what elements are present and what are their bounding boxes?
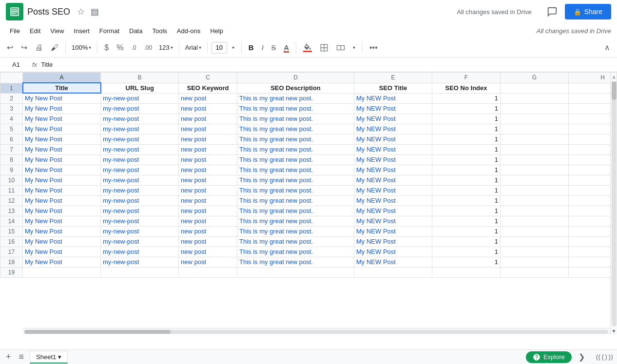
cell-E7[interactable]: My NEW Post [354, 144, 432, 154]
cell-B12[interactable]: my-new-post [101, 195, 179, 206]
cell-G14[interactable] [501, 216, 569, 226]
cell-F7[interactable]: 1 [432, 144, 501, 154]
sheet-tab-sheet1[interactable]: Sheet1 ▾ [30, 351, 68, 364]
col-header-C[interactable]: C [179, 73, 237, 83]
cell-C13[interactable]: new post [179, 206, 237, 216]
cell-A5[interactable]: My New Post [23, 124, 101, 134]
cell-E3[interactable]: My NEW Post [354, 103, 432, 114]
menu-file[interactable]: File [6, 25, 24, 37]
col-header-G[interactable]: G [501, 73, 569, 83]
cell-C9[interactable]: new post [179, 165, 237, 175]
menu-addons[interactable]: Add-ons [173, 25, 204, 37]
cell-G15[interactable] [501, 226, 569, 236]
cell-D4[interactable]: This is my great new post. [237, 114, 354, 124]
cell-A1[interactable]: Title [23, 83, 101, 93]
cell-F3[interactable]: 1 [432, 103, 501, 114]
fill-color-button[interactable] [300, 41, 315, 54]
merge-button[interactable] [333, 41, 348, 54]
cell-A11[interactable]: My New Post [23, 185, 101, 195]
font-family-dropdown[interactable]: Arial ▾ [183, 43, 203, 52]
cell-B18[interactable]: my-new-post [101, 257, 179, 267]
cell-B16[interactable]: my-new-post [101, 236, 179, 247]
paint-format-button[interactable]: 🖌 [48, 41, 61, 54]
italic-button[interactable]: I [259, 41, 267, 54]
scroll-left-start-button[interactable]: ⟨⟨ [596, 353, 600, 361]
cell-E8[interactable]: My NEW Post [354, 154, 432, 165]
star-icon[interactable]: ☆ [76, 5, 86, 18]
menu-tools[interactable]: Tools [148, 25, 171, 37]
cell-E4[interactable]: My NEW Post [354, 114, 432, 124]
increase-decimal-button[interactable]: .00 [141, 42, 155, 53]
cell-C6[interactable]: new post [179, 134, 237, 144]
comments-button[interactable] [543, 3, 561, 20]
cell-empty-19-5[interactable] [432, 267, 501, 277]
format-dropdown[interactable]: 123 ▾ [157, 43, 175, 52]
cell-A18[interactable]: My New Post [23, 257, 101, 267]
print-button[interactable]: 🖨 [32, 41, 46, 54]
cell-D7[interactable]: This is my great new post. [237, 144, 354, 154]
cell-F6[interactable]: 1 [432, 134, 501, 144]
merge-arrow[interactable]: ▾ [350, 43, 358, 52]
cell-A8[interactable]: My New Post [23, 154, 101, 165]
cell-D16[interactable]: This is my great new post. [237, 236, 354, 247]
menu-help[interactable]: Help [206, 25, 227, 37]
cell-B13[interactable]: my-new-post [101, 206, 179, 216]
menu-insert[interactable]: Insert [70, 25, 94, 37]
cell-C11[interactable]: new post [179, 185, 237, 195]
add-sheet-button[interactable]: + [4, 351, 13, 363]
cell-E5[interactable]: My NEW Post [354, 124, 432, 134]
cell-empty-19-6[interactable] [501, 267, 569, 277]
cell-C7[interactable]: new post [179, 144, 237, 154]
cell-E6[interactable]: My NEW Post [354, 134, 432, 144]
cell-B14[interactable]: my-new-post [101, 216, 179, 226]
cell-G3[interactable] [501, 103, 569, 114]
cell-B2[interactable]: my-new-post [101, 93, 179, 103]
cell-G4[interactable] [501, 114, 569, 124]
cell-B15[interactable]: my-new-post [101, 226, 179, 236]
cell-A17[interactable]: My New Post [23, 247, 101, 257]
cell-C1[interactable]: SEO Keyword [179, 83, 237, 93]
cell-B1[interactable]: URL Slug [101, 83, 179, 93]
cell-D11[interactable]: This is my great new post. [237, 185, 354, 195]
cell-E15[interactable]: My NEW Post [354, 226, 432, 236]
cell-B11[interactable]: my-new-post [101, 185, 179, 195]
cell-E13[interactable]: My NEW Post [354, 206, 432, 216]
undo-button[interactable]: ↩ [4, 41, 16, 54]
cell-D12[interactable]: This is my great new post. [237, 195, 354, 206]
menu-edit[interactable]: Edit [26, 25, 44, 37]
col-header-A[interactable]: A [23, 73, 101, 83]
cell-F18[interactable]: 1 [432, 257, 501, 267]
cell-B17[interactable]: my-new-post [101, 247, 179, 257]
cell-E9[interactable]: My NEW Post [354, 165, 432, 175]
menu-format[interactable]: Format [96, 25, 123, 37]
cell-G16[interactable] [501, 236, 569, 247]
cell-G17[interactable] [501, 247, 569, 257]
cell-E16[interactable]: My NEW Post [354, 236, 432, 247]
cell-D15[interactable]: This is my great new post. [237, 226, 354, 236]
cell-A12[interactable]: My New Post [23, 195, 101, 206]
bold-button[interactable]: B [246, 41, 257, 54]
col-header-F[interactable]: F [432, 73, 501, 83]
cell-F11[interactable]: 1 [432, 185, 501, 195]
underline-button[interactable]: A [281, 41, 292, 54]
cell-G10[interactable] [501, 175, 569, 185]
strikethrough-button[interactable]: S [269, 42, 279, 54]
cell-D14[interactable]: This is my great new post. [237, 216, 354, 226]
cell-D5[interactable]: This is my great new post. [237, 124, 354, 134]
redo-button[interactable]: ↪ [18, 41, 30, 54]
cell-C4[interactable]: new post [179, 114, 237, 124]
top-collapse-button[interactable]: ∧ [610, 72, 617, 82]
cell-G8[interactable] [501, 154, 569, 165]
cell-C18[interactable]: new post [179, 257, 237, 267]
cell-G11[interactable] [501, 185, 569, 195]
cell-F17[interactable]: 1 [432, 247, 501, 257]
col-header-B[interactable]: B [101, 73, 179, 83]
cell-D3[interactable]: This is my great new post. [237, 103, 354, 114]
cell-B4[interactable]: my-new-post [101, 114, 179, 124]
cell-G9[interactable] [501, 165, 569, 175]
percent-button[interactable]: % [114, 41, 126, 54]
cell-F12[interactable]: 1 [432, 195, 501, 206]
cell-F5[interactable]: 1 [432, 124, 501, 134]
cell-F15[interactable]: 1 [432, 226, 501, 236]
scroll-right-end-button[interactable]: ⟩⟩ [608, 353, 613, 361]
